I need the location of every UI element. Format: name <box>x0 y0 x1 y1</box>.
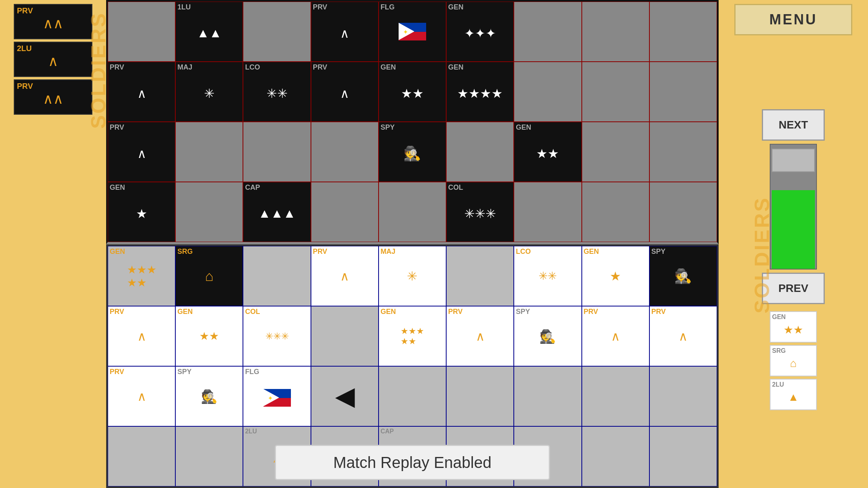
cell-t-3-3[interactable] <box>311 182 379 242</box>
cell-b-2-7[interactable] <box>582 366 649 426</box>
cell-t-0-6[interactable] <box>514 2 581 62</box>
cell-b-1-5[interactable]: PRV ∧ <box>446 306 514 366</box>
cell-t-3-4[interactable] <box>379 182 446 242</box>
cell-t-1-0[interactable]: PRV ∧ <box>108 62 175 122</box>
left-sidebar: PRV ∧∧ 2LU ∧ PRV ∧∧ SOLDIERS <box>0 0 106 488</box>
mini-card-2lu: 2LU ▲ <box>770 379 817 410</box>
cell-b-0-0[interactable]: GEN ★★★★★ <box>108 246 175 306</box>
cell-t-0-4[interactable]: FLG ✦ <box>379 2 446 62</box>
cell-t-1-2[interactable]: LCO ✳✳ <box>243 62 311 122</box>
cell-t-0-5[interactable]: GEN ✦✦✦ <box>446 2 514 62</box>
cell-t-2-0[interactable]: PRV ∧ <box>108 122 175 182</box>
cell-b-0-6[interactable]: LCO ✳✳ <box>514 246 581 306</box>
cell-t-1-3[interactable]: PRV ∧ <box>311 62 379 122</box>
cell-b-2-6[interactable] <box>514 366 581 426</box>
rank-symbol: ∧∧ <box>43 15 63 32</box>
green-fill <box>772 190 815 269</box>
cell-t-3-5[interactable]: COL ✳✳✳ <box>446 182 514 242</box>
right-sidebar: MENU NEXT PREV GEN ★★ SRG ⌂ 2LU ▲ SOLDIE… <box>719 0 868 488</box>
cell-b-1-3[interactable] <box>311 306 379 366</box>
cell-b-2-0[interactable]: PRV ∧ <box>108 366 175 426</box>
cell-t-2-8[interactable] <box>649 122 717 182</box>
cell-t-2-6[interactable]: GEN ★★ <box>514 122 581 182</box>
cell-t-3-1[interactable] <box>175 182 243 242</box>
cell-t-1-5[interactable]: GEN ★★★★ <box>446 62 514 122</box>
cell-b-1-1[interactable]: GEN ★★ <box>175 306 243 366</box>
cell-t-0-1[interactable]: 1LU ▲▲ <box>175 2 243 62</box>
cell-b-2-1[interactable]: SPY 🕵 <box>175 366 243 426</box>
cell-t-0-0[interactable] <box>108 2 175 62</box>
next-button[interactable]: NEXT <box>762 109 825 141</box>
menu-button[interactable]: MENU <box>734 4 852 35</box>
cell-t-2-7[interactable] <box>582 122 649 182</box>
cell-b-3-8[interactable] <box>649 426 717 486</box>
cell-t-0-7[interactable] <box>582 2 649 62</box>
mini-card-gen: GEN ★★ <box>770 311 817 343</box>
cell-b-3-7[interactable] <box>582 426 649 486</box>
cell-t-3-7[interactable] <box>582 182 649 242</box>
cell-b-2-2[interactable]: FLG ✦ <box>243 366 311 426</box>
cell-t-1-4[interactable]: GEN ★★ <box>379 62 446 122</box>
cell-t-2-2[interactable] <box>243 122 311 182</box>
sidebar-card-prv: PRV ∧∧ <box>14 4 92 39</box>
cell-t-2-1[interactable] <box>175 122 243 182</box>
rank-symbol: ∧ <box>48 53 58 70</box>
notification-text: Match Replay Enabled <box>333 454 491 471</box>
cell-b-0-2[interactable] <box>243 246 311 306</box>
cell-b-1-2[interactable]: COL ✳✳✳ <box>243 306 311 366</box>
cell-b-3-0[interactable] <box>108 426 175 486</box>
cell-t-3-6[interactable] <box>514 182 581 242</box>
cell-b-1-0[interactable]: PRV ∧ <box>108 306 175 366</box>
cell-b-1-4[interactable]: GEN ★★★★★ <box>379 306 446 366</box>
cell-t-1-1[interactable]: MAJ ✳ <box>175 62 243 122</box>
cell-b-0-4[interactable]: MAJ ✳ <box>379 246 446 306</box>
cell-t-1-8[interactable] <box>649 62 717 122</box>
cell-t-0-2[interactable] <box>243 2 311 62</box>
rank-label: 2LU <box>17 44 32 53</box>
cell-t-1-7[interactable] <box>582 62 649 122</box>
notification-bar: Match Replay Enabled <box>275 445 550 480</box>
cell-b-2-4[interactable] <box>379 366 446 426</box>
game-board: 1LU ▲▲ PRV ∧ FLG ✦ GEN ✦✦✦ PRV ∧ <box>106 0 719 488</box>
slider-handle[interactable] <box>772 149 815 172</box>
cell-t-3-2[interactable]: CAP ▲▲▲ <box>243 182 311 242</box>
cell-b-3-1[interactable] <box>175 426 243 486</box>
cell-b-0-7[interactable]: GEN ★ <box>582 246 649 306</box>
cell-t-0-8[interactable] <box>649 2 717 62</box>
rank-symbol: ∧∧ <box>43 91 63 107</box>
rank-label: PRV <box>17 82 33 91</box>
cell-t-2-3[interactable] <box>311 122 379 182</box>
cell-b-2-5[interactable] <box>446 366 514 426</box>
cell-t-2-5[interactable] <box>446 122 514 182</box>
progress-bar[interactable] <box>770 144 817 270</box>
cell-b-0-8[interactable]: SPY 🕵 <box>649 246 717 306</box>
cell-b-1-6[interactable]: SPY 🕵 <box>514 306 581 366</box>
cell-b-0-1[interactable]: SRG ⌂ <box>175 246 243 306</box>
cell-t-1-6[interactable] <box>514 62 581 122</box>
cell-b-1-8[interactable]: PRV ∧ <box>649 306 717 366</box>
cell-t-0-3[interactable]: PRV ∧ <box>311 2 379 62</box>
mini-card-srg: SRG ⌂ <box>770 345 817 376</box>
cell-b-2-3[interactable]: ◀ <box>311 366 379 426</box>
cell-b-0-5[interactable] <box>446 246 514 306</box>
cell-b-2-8[interactable] <box>649 366 717 426</box>
sidebar-card-prv2: PRV ∧∧ <box>14 79 92 115</box>
board-top: 1LU ▲▲ PRV ∧ FLG ✦ GEN ✦✦✦ PRV ∧ <box>106 0 719 244</box>
rank-label: PRV <box>17 6 33 15</box>
cell-t-2-4[interactable]: SPY 🕵 <box>379 122 446 182</box>
right-mini-cards: GEN ★★ SRG ⌂ 2LU ▲ <box>770 311 817 410</box>
right-soldiers-label: SOLDIERS <box>750 196 774 314</box>
cell-t-3-0[interactable]: GEN ★ <box>108 182 175 242</box>
cell-b-0-3[interactable]: PRV ∧ <box>311 246 379 306</box>
sidebar-card-2lu: 2LU ∧ <box>14 42 92 77</box>
cell-b-1-7[interactable]: PRV ∧ <box>582 306 649 366</box>
cell-t-3-8[interactable] <box>649 182 717 242</box>
